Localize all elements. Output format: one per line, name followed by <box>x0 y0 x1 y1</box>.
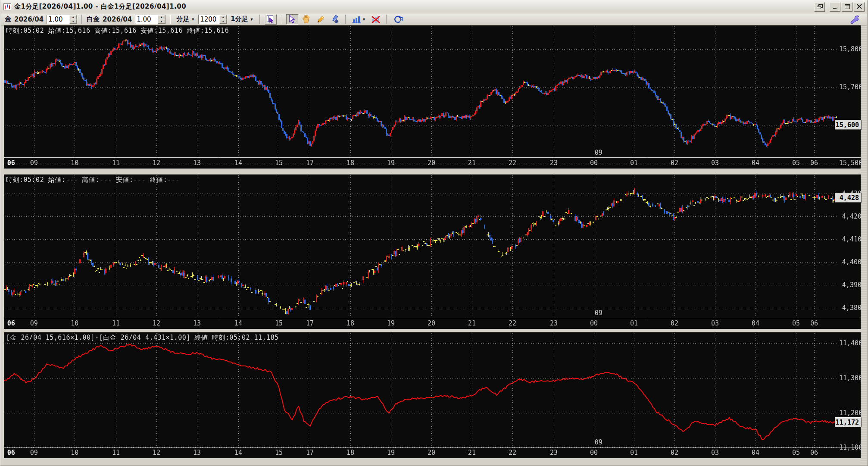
gold-symbol-label: 金 <box>5 15 11 23</box>
x-axis-label: 03 <box>709 159 721 167</box>
x-axis-label: 06 <box>7 319 20 327</box>
gold-multiplier-spinner: ▲ ▼ <box>47 15 77 24</box>
x-axis-label: 10 <box>68 159 81 167</box>
x-axis-label: 11 <box>109 319 122 327</box>
x-axis-label: 01 <box>628 449 640 457</box>
x-axis-label: 14 <box>232 159 245 167</box>
x-axis-label: 22 <box>506 159 519 167</box>
x-axis-label: 13 <box>190 159 203 167</box>
x-axis-label: 20 <box>425 449 438 457</box>
platinum-chart-panel[interactable]: 時刻:05:02 始値:--- 高値:--- 安値:--- 終値:--- 4,4… <box>4 175 862 329</box>
bar-type-dropdown[interactable]: 分足 ▼ <box>175 15 196 23</box>
reload-button[interactable]: R <box>391 14 406 25</box>
window-controls <box>814 2 865 12</box>
gold-contract-month: 2026/04 <box>14 16 44 23</box>
x-axis-label: 09 <box>28 159 41 167</box>
x-axis-label: 02 <box>668 159 681 167</box>
x-axis-label: 01 <box>628 319 640 327</box>
close-button[interactable] <box>854 2 865 12</box>
x-axis-label: 19 <box>384 449 397 457</box>
x-axis-label: 00 <box>587 449 600 457</box>
bar-count-input[interactable] <box>199 15 219 24</box>
x-axis-label: 05 <box>790 319 802 327</box>
spread-chart-canvas <box>4 332 862 458</box>
panel-separator[interactable] <box>4 169 862 175</box>
chart-pointer-tool-button[interactable] <box>265 14 277 25</box>
toolbar-separator <box>81 15 82 24</box>
x-axis-label: 21 <box>465 319 478 327</box>
gold-last-price-box: 15,600 <box>835 120 862 130</box>
toolbar: 金 2026/04 ▲ ▼ 白金 2026/04 ▲ ▼ 分足 ▼ ▲ <box>1 13 867 25</box>
platinum-chart-canvas <box>4 175 862 329</box>
x-axis-label: 22 <box>506 319 519 327</box>
select-arrow-tool-button[interactable] <box>286 14 298 25</box>
x-axis-label: 03 <box>709 449 721 457</box>
spread-info: [金 26/04 15,616×1.00]-[白金 26/04 4,431×1.… <box>6 334 279 342</box>
interval-dropdown[interactable]: 1分足 ▼ <box>229 15 255 23</box>
gold-chart-panel[interactable]: 時刻:05:02 始値:15,616 高値:15,616 安値:15,616 終… <box>4 25 862 169</box>
platinum-multiplier-input[interactable] <box>135 15 158 24</box>
platinum-multiplier-up-button[interactable]: ▲ <box>158 15 165 19</box>
bar-count-up-button[interactable]: ▲ <box>219 15 227 19</box>
bar-count-down-button[interactable]: ▼ <box>219 19 227 24</box>
x-axis-label: 18 <box>344 159 357 167</box>
x-axis-label: 20 <box>425 319 438 327</box>
chart-type-dropdown-button[interactable]: ▼ <box>350 14 368 25</box>
x-axis-label: 23 <box>547 159 560 167</box>
x-axis-label: 03 <box>709 319 721 327</box>
minimize-button[interactable] <box>830 2 840 12</box>
x-axis-label: 05 <box>790 449 802 457</box>
x-axis-label: 17 <box>303 319 316 327</box>
platinum-multiplier-spinner: ▲ ▼ <box>135 15 165 24</box>
toolbar-separator <box>170 15 171 24</box>
gold-multiplier-input[interactable] <box>47 15 69 24</box>
chart-stack: 時刻:05:02 始値:15,616 高値:15,616 安値:15,616 終… <box>4 25 862 458</box>
chart-window: 金1分足[2026/04]1.00 - 白金1分足[2026/04]1.00 <box>0 0 868 466</box>
x-axis-label: 17 <box>303 449 316 457</box>
x-axis-label: 15 <box>272 319 285 327</box>
x-axis-label: 02 <box>668 449 681 457</box>
gold-multiplier-down-button[interactable]: ▼ <box>69 19 77 24</box>
x-axis-label: 18 <box>344 319 357 327</box>
chevron-down-icon: ▼ <box>362 17 366 22</box>
panel-separator[interactable] <box>4 329 862 332</box>
toolbar-separator <box>259 15 260 24</box>
settings-wrench-button[interactable] <box>849 14 861 25</box>
y-axis-label: 4,420 <box>839 213 862 220</box>
x-axis-label: 02 <box>668 319 681 327</box>
bar-count-spinner: ▲ ▼ <box>198 15 227 24</box>
x-axis-label: 06 <box>7 449 20 457</box>
x-axis-label: 04 <box>749 449 762 457</box>
toolbar-separator <box>281 15 282 24</box>
toolbar-separator <box>345 15 346 24</box>
hand-pan-tool-button[interactable] <box>300 14 312 25</box>
x-axis-label: 20 <box>425 159 438 167</box>
chevron-down-icon: ▼ <box>191 17 195 22</box>
x-axis-label: 09 <box>28 449 41 457</box>
x-axis-label: 04 <box>749 319 762 327</box>
maximize-button[interactable] <box>842 2 852 12</box>
chart-delete-button[interactable] <box>370 14 382 25</box>
x-axis-label: 00 <box>587 319 600 327</box>
platinum-symbol-label: 白金 <box>87 15 100 23</box>
platinum-multiplier-down-button[interactable]: ▼ <box>158 19 165 24</box>
x-axis-label: 19 <box>384 319 397 327</box>
y-axis-label: 4,400 <box>839 258 862 266</box>
restore-windows-button[interactable] <box>814 2 825 12</box>
pencil-draw-tool-button[interactable] <box>315 14 327 25</box>
y-axis-label: 15,500 <box>839 159 862 167</box>
marker-draw-tool-button[interactable] <box>329 14 341 25</box>
gold-multiplier-up-button[interactable]: ▲ <box>69 15 77 19</box>
spread-chart-panel[interactable]: [金 26/04 15,616×1.00]-[白金 26/04 4,431×1.… <box>4 332 862 458</box>
x-axis-label: 04 <box>749 159 762 167</box>
x-axis-label: 21 <box>465 159 478 167</box>
x-axis-label: 14 <box>232 319 245 327</box>
y-axis-label: 15,700 <box>839 83 862 91</box>
x-axis-label: 10 <box>68 319 81 327</box>
x-axis-label: 11 <box>109 159 122 167</box>
y-axis-label: 11,400 <box>839 339 862 347</box>
x-axis-label: 06 <box>808 449 821 457</box>
x-axis-label: 17 <box>303 159 316 167</box>
x-axis-label: 06 <box>7 159 20 167</box>
title-bar: 金1分足[2026/04]1.00 - 白金1分足[2026/04]1.00 <box>1 0 867 13</box>
